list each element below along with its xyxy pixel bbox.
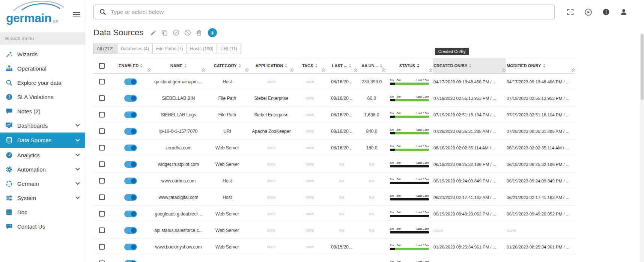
- delete-trash-icon[interactable]: [196, 30, 202, 36]
- user-icon[interactable]: [620, 8, 627, 16]
- sort-icon[interactable]: [315, 64, 317, 68]
- approve-circle-icon[interactable]: [173, 29, 179, 36]
- created-cell: 04/17/2023 09:13:48.466 PM / ...: [433, 80, 497, 84]
- column-resize-handle[interactable]: [290, 68, 293, 72]
- enabled-toggle[interactable]: [124, 78, 137, 85]
- sidebar-item-operational[interactable]: Operational: [0, 61, 85, 75]
- row-checkbox[interactable]: [99, 79, 105, 84]
- status-label-last15m: Last 15m: [417, 111, 429, 115]
- enabled-toggle[interactable]: [124, 227, 137, 234]
- column-header-created[interactable]: CREATED ON/BY: [433, 58, 506, 73]
- tab-databases[interactable]: Databases (4): [117, 44, 153, 54]
- copy-icon[interactable]: [161, 30, 168, 36]
- sort-icon[interactable]: [239, 64, 241, 68]
- sidebar-item-wizards[interactable]: Wizards: [0, 47, 85, 61]
- sidebar-search-input[interactable]: [5, 36, 80, 41]
- column-header-enabled[interactable]: ENABLED: [110, 58, 151, 73]
- sidebar-item-data-sources[interactable]: Data Sources: [0, 133, 85, 148]
- enabled-toggle[interactable]: [124, 194, 137, 201]
- data-sources-table: ENABLED NAME CATEGORY APPLICATION TAGS: [85, 58, 644, 262]
- hamburger-menu-icon[interactable]: [73, 11, 80, 19]
- sidebar-item-analytics[interactable]: Analytics: [0, 148, 85, 162]
- enabled-toggle[interactable]: [124, 244, 137, 250]
- enabled-toggle[interactable]: [124, 211, 137, 217]
- select-all-checkbox[interactable]: [99, 63, 105, 69]
- chevron-down-icon: [75, 124, 80, 127]
- row-checkbox[interactable]: [99, 227, 105, 233]
- add-button[interactable]: +: [208, 28, 217, 37]
- row-checkbox[interactable]: [99, 112, 105, 117]
- row-checkbox[interactable]: [99, 128, 105, 134]
- vertical-scrollbar[interactable]: [640, 33, 644, 262]
- enabled-toggle[interactable]: [124, 178, 137, 184]
- column-resize-handle[interactable]: [572, 68, 575, 72]
- column-header-application[interactable]: APPLICATION: [249, 58, 294, 73]
- column-header-name[interactable]: NAME: [151, 58, 206, 73]
- enabled-toggle[interactable]: [124, 161, 137, 168]
- enabled-toggle[interactable]: [124, 145, 137, 151]
- name-cell: ip-10-0-1-157:7070: [159, 129, 197, 134]
- sidebar-item-explore-your-data[interactable]: Explore your data: [0, 75, 85, 90]
- tab-file-paths[interactable]: File Paths (7): [152, 44, 187, 54]
- row-checkbox[interactable]: [99, 244, 105, 250]
- status-trend-chart: 1m 5m Last 15m: [390, 178, 429, 184]
- sidebar-item-label: Contact Us: [17, 223, 45, 230]
- column-resize-handle[interactable]: [202, 68, 205, 72]
- disable-circle-icon[interactable]: [184, 29, 191, 36]
- sidebar-item-contact-us[interactable]: Contact Us: [0, 219, 85, 233]
- enabled-toggle[interactable]: [124, 95, 137, 102]
- sort-icon[interactable]: [184, 64, 187, 68]
- tab-uri[interactable]: URI (11): [217, 44, 241, 54]
- sidebar-item-dashboards[interactable]: Dashboards: [0, 118, 85, 133]
- sidebar-item-germain[interactable]: Germain: [0, 176, 85, 191]
- enabled-toggle[interactable]: [124, 260, 137, 262]
- sitemap-icon: [5, 64, 13, 72]
- created-cell: 07/28/2023 08:35:31.285 AM / ...: [433, 129, 496, 134]
- row-checkbox[interactable]: [99, 260, 105, 262]
- sort-icon[interactable]: [543, 64, 545, 68]
- sort-icon[interactable]: [349, 64, 351, 68]
- row-checkbox[interactable]: [99, 178, 105, 184]
- name-cell: qa.cloud.germainapm....: [154, 79, 203, 84]
- edit-icon[interactable]: [150, 30, 156, 36]
- column-resize-handle[interactable]: [502, 68, 506, 72]
- column-header-category[interactable]: CATEGORY: [206, 58, 249, 73]
- sidebar-item-automation[interactable]: Automation: [0, 162, 85, 176]
- tab-hosts[interactable]: Hosts (190): [186, 44, 217, 54]
- sidebar-item-doc[interactable]: Doc: [0, 205, 85, 219]
- column-header-last[interactable]: LAST ...: [326, 58, 358, 73]
- column-resize-handle[interactable]: [147, 68, 151, 72]
- sidebar-nav: Wizards Operational Explore your data SL…: [0, 47, 85, 233]
- fullscreen-icon[interactable]: [567, 8, 574, 16]
- column-resize-handle[interactable]: [429, 68, 432, 72]
- sort-icon[interactable]: [469, 64, 471, 68]
- application-cell: none: [267, 162, 275, 166]
- sort-icon[interactable]: [417, 64, 419, 68]
- sidebar-item-sla-violations[interactable]: SLA Violations: [0, 90, 85, 104]
- column-header-aa-units[interactable]: AA UN...: [358, 58, 386, 73]
- column-resize-handle[interactable]: [322, 68, 325, 72]
- row-checkbox[interactable]: [99, 161, 105, 167]
- sidebar-item-notes[interactable]: Notes (2): [0, 104, 85, 118]
- enabled-toggle[interactable]: [124, 128, 137, 135]
- tab-all[interactable]: All (212): [93, 44, 117, 54]
- enabled-toggle[interactable]: [124, 111, 137, 118]
- column-resize-handle[interactable]: [245, 68, 248, 72]
- row-checkbox[interactable]: [99, 211, 105, 217]
- sidebar-item-system[interactable]: System: [0, 191, 85, 205]
- info-icon[interactable]: [602, 8, 610, 16]
- sort-icon[interactable]: [140, 64, 143, 68]
- column-header-status[interactable]: STATUS: [386, 58, 433, 73]
- sort-icon[interactable]: [380, 64, 382, 68]
- global-search-input[interactable]: [111, 9, 549, 15]
- scrollbar-thumb[interactable]: [641, 34, 644, 100]
- column-resize-handle[interactable]: [382, 68, 385, 72]
- row-checkbox[interactable]: [99, 145, 105, 151]
- play-circle-icon[interactable]: [584, 8, 592, 16]
- row-checkbox[interactable]: [99, 194, 105, 200]
- row-checkbox[interactable]: [99, 95, 105, 101]
- column-header-modified[interactable]: MODIFIED ON/BY: [506, 58, 575, 73]
- column-header-tags[interactable]: TAGS: [294, 58, 326, 73]
- column-resize-handle[interactable]: [354, 68, 357, 72]
- sort-icon[interactable]: [285, 64, 287, 68]
